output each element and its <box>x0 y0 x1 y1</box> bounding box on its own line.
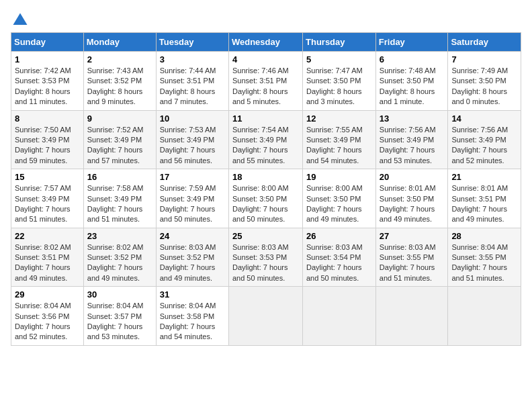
calendar-cell: 12Sunrise: 7:55 AMSunset: 3:49 PMDayligh… <box>303 110 376 169</box>
day-number: 15 <box>15 172 80 182</box>
calendar-table: SundayMondayTuesdayWednesdayThursdayFrid… <box>11 32 521 346</box>
day-info: Sunrise: 8:01 AMSunset: 3:51 PMDaylight:… <box>451 184 508 223</box>
calendar-cell: 8Sunrise: 7:50 AMSunset: 3:49 PMDaylight… <box>11 110 84 169</box>
day-number: 22 <box>15 231 80 241</box>
day-number: 16 <box>87 172 152 182</box>
calendar-cell: 26Sunrise: 8:03 AMSunset: 3:54 PMDayligh… <box>303 228 376 287</box>
day-number: 2 <box>87 54 152 64</box>
calendar-cell: 21Sunrise: 8:01 AMSunset: 3:51 PMDayligh… <box>448 169 521 228</box>
day-info: Sunrise: 7:46 AMSunset: 3:51 PMDaylight:… <box>232 66 289 105</box>
day-info: Sunrise: 7:54 AMSunset: 3:49 PMDaylight:… <box>232 126 289 165</box>
day-info: Sunrise: 8:00 AMSunset: 3:50 PMDaylight:… <box>306 184 363 223</box>
calendar-cell: 17Sunrise: 7:59 AMSunset: 3:49 PMDayligh… <box>156 169 228 228</box>
col-header-tuesday: Tuesday <box>156 33 228 52</box>
day-info: Sunrise: 7:42 AMSunset: 3:53 PMDaylight:… <box>15 66 71 105</box>
day-info: Sunrise: 8:04 AMSunset: 3:56 PMDaylight:… <box>15 302 71 340</box>
calendar-cell: 31Sunrise: 8:04 AMSunset: 3:58 PMDayligh… <box>156 287 228 346</box>
calendar-week-4: 22Sunrise: 8:02 AMSunset: 3:51 PMDayligh… <box>11 228 521 287</box>
calendar-week-1: 1Sunrise: 7:42 AMSunset: 3:53 PMDaylight… <box>11 52 521 111</box>
calendar-cell: 13Sunrise: 7:56 AMSunset: 3:49 PMDayligh… <box>375 110 448 169</box>
day-info: Sunrise: 8:01 AMSunset: 3:50 PMDaylight:… <box>380 184 436 223</box>
day-info: Sunrise: 8:04 AMSunset: 3:58 PMDaylight:… <box>160 302 216 340</box>
day-info: Sunrise: 7:43 AMSunset: 3:52 PMDaylight:… <box>87 66 144 105</box>
day-info: Sunrise: 8:04 AMSunset: 3:55 PMDaylight:… <box>451 243 508 282</box>
day-info: Sunrise: 8:04 AMSunset: 3:57 PMDaylight:… <box>87 302 144 340</box>
col-header-thursday: Thursday <box>303 33 376 52</box>
day-info: Sunrise: 7:50 AMSunset: 3:49 PMDaylight:… <box>15 126 71 165</box>
day-info: Sunrise: 7:48 AMSunset: 3:50 PMDaylight:… <box>380 66 436 105</box>
col-header-wednesday: Wednesday <box>228 33 302 52</box>
day-info: Sunrise: 7:58 AMSunset: 3:49 PMDaylight:… <box>87 184 144 223</box>
calendar-cell <box>228 287 302 346</box>
day-number: 13 <box>380 113 445 124</box>
calendar-cell: 3Sunrise: 7:44 AMSunset: 3:51 PMDaylight… <box>156 52 228 111</box>
day-info: Sunrise: 7:59 AMSunset: 3:49 PMDaylight:… <box>160 184 216 223</box>
day-info: Sunrise: 7:57 AMSunset: 3:49 PMDaylight:… <box>15 184 71 223</box>
svg-marker-0 <box>13 13 28 26</box>
calendar-cell: 1Sunrise: 7:42 AMSunset: 3:53 PMDaylight… <box>11 52 84 111</box>
day-number: 7 <box>451 54 517 64</box>
col-header-saturday: Saturday <box>448 33 521 52</box>
day-number: 11 <box>232 113 299 124</box>
calendar-cell: 15Sunrise: 7:57 AMSunset: 3:49 PMDayligh… <box>11 169 84 228</box>
day-number: 24 <box>160 231 225 241</box>
calendar-cell <box>448 287 521 346</box>
calendar-cell: 18Sunrise: 8:00 AMSunset: 3:50 PMDayligh… <box>228 169 302 228</box>
day-number: 18 <box>232 172 299 182</box>
calendar-cell: 30Sunrise: 8:04 AMSunset: 3:57 PMDayligh… <box>83 287 156 346</box>
day-number: 12 <box>306 113 372 124</box>
calendar-cell: 7Sunrise: 7:49 AMSunset: 3:50 PMDaylight… <box>448 52 521 111</box>
day-number: 30 <box>87 289 152 300</box>
day-number: 29 <box>15 289 80 300</box>
day-info: Sunrise: 8:00 AMSunset: 3:50 PMDaylight:… <box>232 184 289 223</box>
calendar-cell: 2Sunrise: 7:43 AMSunset: 3:52 PMDaylight… <box>83 52 156 111</box>
calendar-cell: 28Sunrise: 8:04 AMSunset: 3:55 PMDayligh… <box>448 228 521 287</box>
day-info: Sunrise: 7:55 AMSunset: 3:49 PMDaylight:… <box>306 126 363 165</box>
day-number: 27 <box>380 231 445 241</box>
col-header-monday: Monday <box>83 33 156 52</box>
day-info: Sunrise: 8:02 AMSunset: 3:51 PMDaylight:… <box>15 243 71 282</box>
day-info: Sunrise: 8:03 AMSunset: 3:55 PMDaylight:… <box>380 243 436 282</box>
day-info: Sunrise: 7:47 AMSunset: 3:50 PMDaylight:… <box>306 66 363 105</box>
day-number: 25 <box>232 231 299 241</box>
day-number: 31 <box>160 289 225 300</box>
calendar-cell: 27Sunrise: 8:03 AMSunset: 3:55 PMDayligh… <box>375 228 448 287</box>
day-number: 23 <box>87 231 152 241</box>
logo-icon <box>11 11 30 30</box>
calendar-cell: 6Sunrise: 7:48 AMSunset: 3:50 PMDaylight… <box>375 52 448 111</box>
calendar-cell: 23Sunrise: 8:02 AMSunset: 3:52 PMDayligh… <box>83 228 156 287</box>
calendar-cell: 5Sunrise: 7:47 AMSunset: 3:50 PMDaylight… <box>303 52 376 111</box>
calendar-cell: 10Sunrise: 7:53 AMSunset: 3:49 PMDayligh… <box>156 110 228 169</box>
day-info: Sunrise: 8:03 AMSunset: 3:54 PMDaylight:… <box>306 243 363 282</box>
day-number: 17 <box>160 172 225 182</box>
calendar-week-5: 29Sunrise: 8:04 AMSunset: 3:56 PMDayligh… <box>11 287 521 346</box>
col-header-sunday: Sunday <box>11 33 84 52</box>
calendar-cell <box>303 287 376 346</box>
logo <box>11 11 32 30</box>
day-number: 9 <box>87 113 152 124</box>
day-info: Sunrise: 7:44 AMSunset: 3:51 PMDaylight:… <box>160 66 216 105</box>
column-headers: SundayMondayTuesdayWednesdayThursdayFrid… <box>11 33 521 52</box>
day-info: Sunrise: 7:53 AMSunset: 3:49 PMDaylight:… <box>160 126 216 165</box>
calendar-cell: 16Sunrise: 7:58 AMSunset: 3:49 PMDayligh… <box>83 169 156 228</box>
calendar-week-3: 15Sunrise: 7:57 AMSunset: 3:49 PMDayligh… <box>11 169 521 228</box>
day-number: 21 <box>451 172 517 182</box>
day-number: 3 <box>160 54 225 64</box>
calendar-cell: 25Sunrise: 8:03 AMSunset: 3:53 PMDayligh… <box>228 228 302 287</box>
day-info: Sunrise: 7:52 AMSunset: 3:49 PMDaylight:… <box>87 126 144 165</box>
day-number: 20 <box>380 172 445 182</box>
calendar-week-2: 8Sunrise: 7:50 AMSunset: 3:49 PMDaylight… <box>11 110 521 169</box>
calendar-cell: 20Sunrise: 8:01 AMSunset: 3:50 PMDayligh… <box>375 169 448 228</box>
day-number: 14 <box>451 113 517 124</box>
day-info: Sunrise: 7:49 AMSunset: 3:50 PMDaylight:… <box>451 66 508 105</box>
calendar-cell: 22Sunrise: 8:02 AMSunset: 3:51 PMDayligh… <box>11 228 84 287</box>
day-info: Sunrise: 8:03 AMSunset: 3:52 PMDaylight:… <box>160 243 216 282</box>
calendar-cell: 4Sunrise: 7:46 AMSunset: 3:51 PMDaylight… <box>228 52 302 111</box>
day-number: 8 <box>15 113 80 124</box>
day-number: 4 <box>232 54 299 64</box>
calendar-cell: 19Sunrise: 8:00 AMSunset: 3:50 PMDayligh… <box>303 169 376 228</box>
calendar-cell: 29Sunrise: 8:04 AMSunset: 3:56 PMDayligh… <box>11 287 84 346</box>
page-header <box>11 11 521 30</box>
calendar-cell: 9Sunrise: 7:52 AMSunset: 3:49 PMDaylight… <box>83 110 156 169</box>
day-number: 26 <box>306 231 372 241</box>
